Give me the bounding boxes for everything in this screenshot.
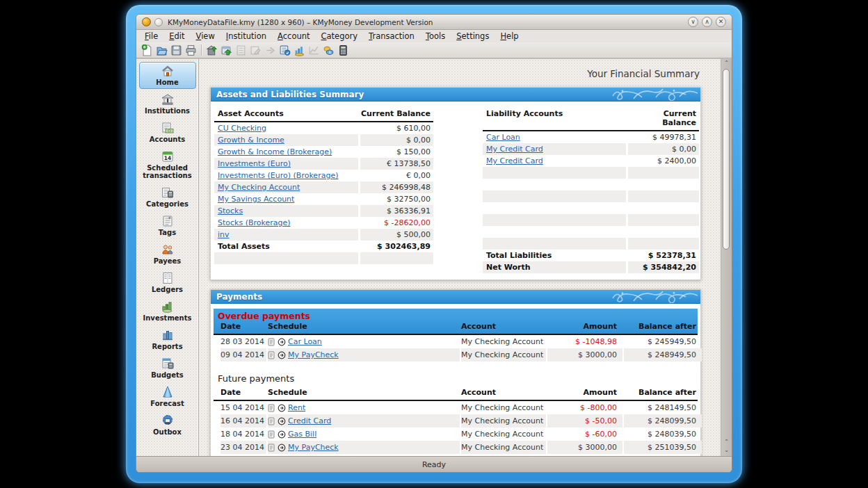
payment-row: 28 03 2014 Car Loan My Checking Account … <box>214 335 698 348</box>
scroll-down-icon[interactable]: ⌄ <box>724 446 729 455</box>
account-link[interactable]: CU Checking <box>218 124 266 133</box>
sidebar-item-payees[interactable]: Payees <box>139 241 196 268</box>
scrollbar-thumb[interactable] <box>723 69 730 250</box>
enter-schedule-icon[interactable] <box>278 351 286 359</box>
edit-schedule-icon[interactable] <box>268 417 275 425</box>
sidebar-item-outbox[interactable]: Outbox <box>139 412 196 439</box>
print-icon[interactable] <box>184 43 198 57</box>
payment-row: 23 04 2014 My PayCheck My Checking Accou… <box>214 441 698 454</box>
table-row: My Credit Card$ 2400,00 <box>483 155 699 167</box>
enter-schedule-icon[interactable] <box>278 338 286 346</box>
enter-schedule-icon[interactable] <box>278 430 286 439</box>
budget-icon <box>161 357 175 371</box>
menu-settings[interactable]: Settings <box>451 31 495 42</box>
table-row: Stocks$ 36336,91 <box>214 205 433 217</box>
sidebar-item-reports[interactable]: Reports <box>139 326 196 353</box>
forecast-icon <box>161 385 175 399</box>
table-row: Investments (Euro)€ 13738,50 <box>214 158 433 170</box>
account-link[interactable]: My Credit Card <box>486 156 543 165</box>
payment-row: 18 04 2014 Gas Bill My Checking Account … <box>214 428 698 441</box>
vertical-scrollbar[interactable]: ⌃ ⌃ ⌄ <box>721 59 732 456</box>
menu-institution[interactable]: Institution <box>220 31 272 42</box>
schedule-link[interactable]: My PayCheck <box>288 441 339 454</box>
schedule-link[interactable]: My PayCheck <box>288 348 339 361</box>
sidebar-item-investments[interactable]: Investments <box>139 298 196 325</box>
save-icon[interactable] <box>169 43 184 57</box>
edit-schedule-icon[interactable] <box>268 430 275 439</box>
schedule-link[interactable]: Car Loan <box>288 335 322 348</box>
new-institution-icon[interactable] <box>204 43 219 57</box>
account-link[interactable]: Growth & Income <box>218 136 284 145</box>
menu-help[interactable]: Help <box>495 31 524 42</box>
account-link[interactable]: inv <box>218 230 230 239</box>
account-link[interactable]: Investments (Euro) (Brokerage) <box>218 171 338 180</box>
schedule-link[interactable]: Rent <box>288 401 305 414</box>
col-header-schedule: Schedule <box>268 388 460 397</box>
menu-transaction[interactable]: Transaction <box>363 31 420 42</box>
account-link[interactable]: My Savings Account <box>218 195 294 204</box>
account-link[interactable]: My Credit Card <box>486 145 543 154</box>
edit-schedule-icon[interactable] <box>268 351 275 359</box>
open-file-icon[interactable] <box>154 43 169 57</box>
payees-icon[interactable] <box>292 43 307 57</box>
sidebar-item-categories[interactable]: Categories <box>139 184 196 211</box>
titlebar[interactable]: KMyMoneyDataFile.kmy (1280 x 960) – KMyM… <box>136 15 732 30</box>
table-row: Investments (Euro) (Brokerage)€ 0,00 <box>214 170 433 181</box>
window-title: KMyMoneyDataFile.kmy (1280 x 960) – KMyM… <box>168 18 433 26</box>
minimize-icon[interactable]: ∨ <box>688 17 698 27</box>
edit-schedule-icon[interactable] <box>268 444 275 452</box>
schedule-link[interactable]: Gas Bill <box>288 428 316 441</box>
menu-tools[interactable]: Tools <box>420 31 451 42</box>
new-transaction-icon <box>248 43 263 57</box>
menu-view[interactable]: View <box>191 31 220 42</box>
menu-category[interactable]: Category <box>316 31 364 42</box>
new-file-icon[interactable] <box>140 43 154 57</box>
screenshot-frame: KMyMoneyDataFile.kmy (1280 x 960) – KMyM… <box>126 5 742 483</box>
chart-icon <box>307 43 321 57</box>
account-link[interactable]: Stocks <box>218 206 243 215</box>
menu-edit[interactable]: Edit <box>163 31 190 42</box>
account-link[interactable]: Car Loan <box>486 133 520 142</box>
calculator-icon[interactable] <box>336 43 351 57</box>
enter-schedule-icon[interactable] <box>278 444 286 452</box>
sidebar-item-budgets[interactable]: Budgets <box>139 355 196 382</box>
edit-schedule-icon[interactable] <box>268 404 275 412</box>
payments-panel: Payments Overdu <box>210 289 701 456</box>
ledger-icon <box>234 43 248 57</box>
sidebar-item-home[interactable]: Home <box>139 62 196 89</box>
col-header-account: Account <box>461 388 546 397</box>
outbox-icon <box>161 414 175 428</box>
sidebar-item-ledgers[interactable]: Ledgers <box>139 269 196 296</box>
scroll-up-icon[interactable]: ⌃ <box>724 438 729 446</box>
sidebar-item-accounts[interactable]: Accounts <box>139 119 196 146</box>
account-link[interactable]: My Checking Account <box>218 183 300 192</box>
col-header-amount: Amount <box>547 388 622 397</box>
sidebar-item-institutions[interactable]: Institutions <box>139 90 196 117</box>
reconcile-icon <box>263 43 278 57</box>
enter-schedule-icon[interactable] <box>278 417 286 425</box>
sidebar-item-forecast[interactable]: Forecast <box>139 383 196 410</box>
menu-file[interactable]: File <box>139 31 163 42</box>
enter-schedule-icon[interactable] <box>278 404 286 412</box>
menu-account[interactable]: Account <box>272 31 315 42</box>
scrollbar-track[interactable] <box>721 67 732 438</box>
window-menu-icon[interactable] <box>154 18 163 26</box>
sidebar-item-tags[interactable]: Tags <box>139 212 196 239</box>
account-link[interactable]: Investments (Euro) <box>218 159 291 168</box>
schedule-link[interactable]: Car Loan <box>288 454 322 456</box>
edit-schedule-icon[interactable] <box>268 338 275 346</box>
col-header-balance-after: Balance after <box>624 388 702 397</box>
new-account-icon[interactable] <box>219 43 234 57</box>
accounts-icon <box>161 121 175 135</box>
sidebar-item-scheduled[interactable]: 14 Scheduled transactions <box>139 147 196 182</box>
calendar-icon: 14 <box>161 149 175 163</box>
account-link[interactable]: Stocks (Brokerage) <box>218 218 291 227</box>
currencies-icon[interactable]: $ <box>321 43 336 57</box>
close-icon[interactable]: ✕ <box>716 17 726 27</box>
maximize-icon[interactable]: ∧ <box>702 17 712 27</box>
scroll-up-icon[interactable]: ⌃ <box>724 59 729 67</box>
account-link[interactable]: Growth & Income (Brokerage) <box>218 147 332 156</box>
table-row: My Credit Card$ 0,00 <box>483 143 699 155</box>
schedule-link[interactable]: Credit Card <box>288 414 331 428</box>
reports-icon[interactable] <box>278 43 292 57</box>
